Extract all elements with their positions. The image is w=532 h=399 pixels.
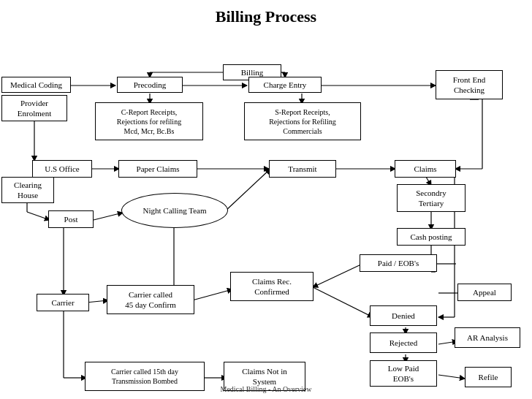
c-report-box: C-Report Receipts,Rejections for refilin… <box>95 102 203 140</box>
rejected-box: Rejected <box>370 332 437 353</box>
clearing-house-box: ClearingHouse <box>1 177 54 203</box>
precoding-box: Precoding <box>117 77 183 93</box>
low-paid-box: Low PaidEOB's <box>370 360 437 387</box>
charge-entry-box: Charge Entry <box>248 77 322 93</box>
svg-line-28 <box>313 264 362 287</box>
svg-line-30 <box>192 289 232 300</box>
carrier-box: Carrier <box>37 294 89 311</box>
svg-line-36 <box>438 375 465 379</box>
svg-line-16 <box>27 212 50 220</box>
post-box: Post <box>48 210 94 228</box>
svg-line-31 <box>313 287 373 317</box>
medical-coding-box: Medical Coding <box>1 77 71 93</box>
claims-rec-box: Claims Rec.Confirmed <box>230 272 314 301</box>
appeal-box: Appeal <box>457 284 512 301</box>
ar-analysis-box: AR Analysis <box>455 327 520 348</box>
s-report-box: S-Report Receipts,Rejections for Refilin… <box>244 102 361 140</box>
claims-top-box: Claims <box>395 160 456 178</box>
svg-line-17 <box>94 213 123 220</box>
paid-eobs-box: Paid / EOB's <box>360 254 437 272</box>
front-end-box: Front EndChecking <box>436 70 503 99</box>
diagram-area: Billing Medical Coding Precoding Charge … <box>0 31 532 396</box>
denied-box: Denied <box>370 305 437 326</box>
cash-posting-box: Cash posting <box>397 228 466 246</box>
secondary-tertiary-box: SecondryTertiary <box>397 184 466 212</box>
refile-box: Refile <box>465 367 512 387</box>
page-title: Billing Process <box>0 0 532 26</box>
us-office-box: U.S Office <box>32 160 92 178</box>
night-calling-box: Night Calling Team <box>121 193 228 228</box>
footer-text: Medical Billing - An Overview <box>0 385 532 393</box>
transmit-box: Transmit <box>269 160 336 178</box>
paper-claims-box: Paper Claims <box>118 160 197 178</box>
svg-line-18 <box>225 169 270 211</box>
provider-enrolment-box: ProviderEnrolment <box>1 95 67 121</box>
carrier-called-45-box: Carrier called45 day Confirm <box>107 285 194 314</box>
